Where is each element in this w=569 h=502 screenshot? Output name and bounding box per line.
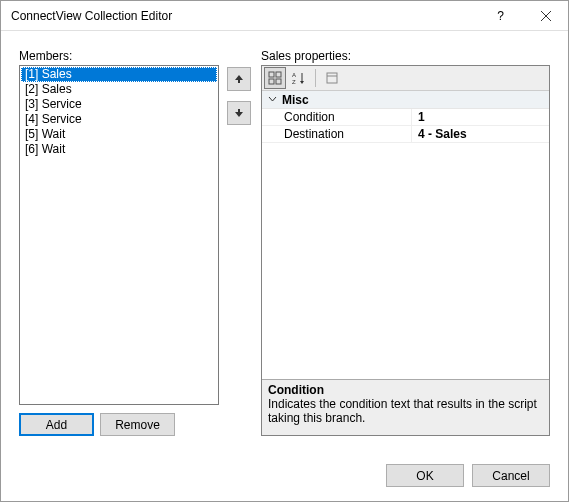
add-button[interactable]: Add — [19, 413, 94, 436]
svg-text:A: A — [292, 72, 296, 78]
list-item[interactable]: [6] Wait — [21, 142, 217, 157]
help-button[interactable]: ? — [478, 1, 523, 30]
cancel-button[interactable]: Cancel — [472, 464, 550, 487]
ok-button[interactable]: OK — [386, 464, 464, 487]
category-label: Misc — [282, 93, 309, 107]
help-icon: ? — [497, 9, 504, 23]
svg-rect-6 — [269, 79, 274, 84]
svg-rect-4 — [269, 72, 274, 77]
property-value[interactable]: 4 - Sales — [412, 126, 549, 142]
svg-marker-3 — [235, 109, 243, 117]
property-value[interactable]: 1 — [412, 109, 549, 125]
property-row[interactable]: Condition1 — [262, 109, 549, 126]
list-item[interactable]: [2] Sales — [21, 82, 217, 97]
list-item[interactable]: [1] Sales — [21, 67, 217, 82]
list-item[interactable]: [3] Service — [21, 97, 217, 112]
svg-rect-5 — [276, 72, 281, 77]
categorized-view-button[interactable] — [264, 67, 286, 89]
move-down-button[interactable] — [227, 101, 251, 125]
close-icon — [541, 11, 551, 21]
list-item[interactable]: [5] Wait — [21, 127, 217, 142]
property-row[interactable]: Destination4 - Sales — [262, 126, 549, 143]
chevron-down-icon — [266, 95, 278, 104]
property-pages-button[interactable] — [321, 67, 343, 89]
arrow-down-icon — [234, 108, 244, 118]
property-name: Condition — [262, 109, 412, 125]
property-pages-icon — [325, 71, 339, 85]
arrow-up-icon — [234, 74, 244, 84]
titlebar: ConnectView Collection Editor ? — [1, 1, 568, 31]
remove-button[interactable]: Remove — [100, 413, 175, 436]
members-label: Members: — [19, 49, 219, 63]
sort-az-icon: A Z — [292, 71, 306, 85]
properties-label: Sales properties: — [261, 49, 550, 63]
svg-marker-11 — [300, 81, 304, 84]
svg-rect-12 — [327, 73, 337, 83]
move-up-button[interactable] — [227, 67, 251, 91]
toolbar-separator — [315, 69, 316, 87]
alphabetical-view-button[interactable]: A Z — [288, 67, 310, 89]
property-description-pane: Condition Indicates the condition text t… — [262, 379, 549, 435]
list-item[interactable]: [4] Service — [21, 112, 217, 127]
categorized-icon — [268, 71, 282, 85]
close-button[interactable] — [523, 1, 568, 30]
members-listbox[interactable]: [1] Sales[2] Sales[3] Service[4] Service… — [19, 65, 219, 405]
property-name: Destination — [262, 126, 412, 142]
svg-text:Z: Z — [292, 79, 296, 85]
svg-marker-2 — [235, 75, 243, 83]
svg-rect-7 — [276, 79, 281, 84]
description-text: Indicates the condition text that result… — [268, 397, 543, 426]
property-grid: A Z — [261, 65, 550, 436]
dialog-window: ConnectView Collection Editor ? Members:… — [0, 0, 569, 502]
description-title: Condition — [268, 383, 543, 397]
window-title: ConnectView Collection Editor — [11, 9, 478, 23]
property-category-row[interactable]: Misc — [262, 91, 549, 109]
